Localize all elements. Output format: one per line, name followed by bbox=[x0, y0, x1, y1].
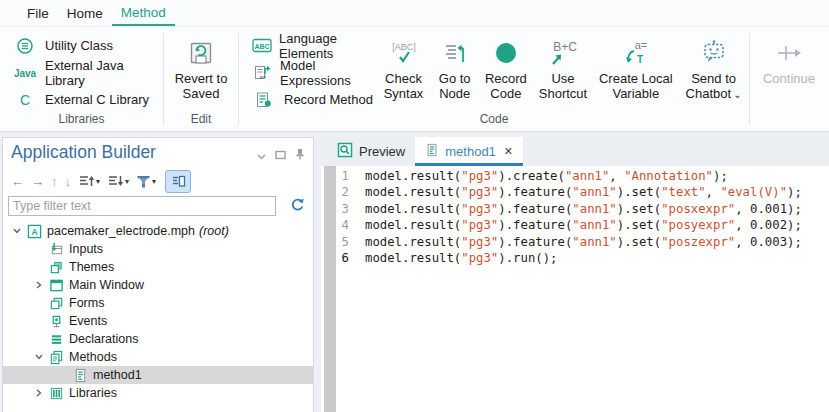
tree-item-label: Methods bbox=[69, 350, 117, 364]
chatbot-icon bbox=[700, 35, 728, 71]
line-number: 2 bbox=[321, 184, 349, 200]
svg-text:T: T bbox=[637, 54, 643, 65]
tree-item-forms[interactable]: Forms bbox=[3, 294, 313, 312]
model-expressions-label: Model Expressions bbox=[280, 58, 373, 88]
tree-item-methods[interactable]: Methods bbox=[3, 348, 313, 366]
tree-item-declarations[interactable]: Declarations bbox=[3, 330, 313, 348]
ribbon-group-edit: Revert to Saved Edit bbox=[164, 27, 238, 131]
application-builder-panel: Application Builder ← → ↑ ↓ ▾ ▾ ▾ bbox=[2, 137, 314, 412]
record-code-label: Record Code bbox=[481, 71, 531, 101]
events-icon bbox=[47, 314, 66, 329]
expander-right-icon[interactable] bbox=[31, 281, 47, 289]
tree-item-events[interactable]: Events bbox=[3, 312, 313, 330]
tab-preview[interactable]: Preview bbox=[327, 137, 415, 166]
panel-menu-chevron-icon[interactable] bbox=[257, 146, 266, 164]
svg-text:ABC: ABC bbox=[254, 43, 269, 50]
show-editor-tools-toggle[interactable] bbox=[165, 170, 191, 193]
code-line-4[interactable]: 4model.result("pg3").feature("ann1").set… bbox=[321, 217, 829, 233]
filter-button[interactable]: ▾ bbox=[134, 171, 158, 191]
code-editor: Preview method1 ✕ 1model.result("pg3").c… bbox=[321, 137, 829, 412]
chevron-down-icon: ⌄ bbox=[733, 89, 741, 100]
move-down-button[interactable]: ↓ bbox=[63, 171, 74, 191]
record-method-button[interactable]: Record Method bbox=[247, 86, 377, 113]
line-number: 6 bbox=[321, 250, 349, 266]
svg-text:Java: Java bbox=[14, 68, 37, 79]
code-text: model.result("pg3").feature("ann1").set(… bbox=[365, 184, 802, 200]
tree-item-themes[interactable]: Themes bbox=[3, 258, 313, 276]
tree-item-label: Declarations bbox=[69, 332, 138, 346]
use-shortcut-label: Use Shortcut bbox=[534, 71, 592, 101]
send-to-chatbot-label: Send to Chatbot⌄ bbox=[681, 71, 747, 102]
methods-icon bbox=[47, 350, 66, 365]
use-shortcut-icon: B+C bbox=[546, 35, 580, 71]
code-text: model.result("pg3").run(); bbox=[365, 250, 558, 266]
tree-item-libraries[interactable]: Libraries bbox=[3, 384, 313, 402]
menu-file[interactable]: File bbox=[18, 0, 58, 26]
record-method-label: Record Method bbox=[284, 92, 373, 107]
create-local-variable-label: Create Local Variable bbox=[596, 71, 676, 101]
c-letter-icon: C bbox=[12, 92, 38, 108]
refresh-icon[interactable] bbox=[290, 197, 305, 216]
code-lines: 1model.result("pg3").create("ann1", "Ann… bbox=[321, 168, 829, 266]
float-window-icon[interactable] bbox=[275, 146, 286, 164]
model-expressions-button[interactable]: a= Model Expressions bbox=[247, 59, 377, 86]
tree-item-main-window[interactable]: Main Window bbox=[3, 276, 313, 294]
filter-input[interactable] bbox=[8, 196, 276, 216]
model-expressions-icon: a= bbox=[251, 64, 273, 82]
tab-method1[interactable]: method1 ✕ bbox=[415, 137, 523, 166]
code-line-6[interactable]: 6model.result("pg3").run(); bbox=[321, 250, 829, 266]
themes-icon bbox=[47, 260, 66, 275]
tree-item-pacemaker-electrode-mph[interactable]: Apacemaker_electrode.mph(root) bbox=[3, 222, 313, 240]
external-c-library-button[interactable]: C External C Library bbox=[8, 86, 163, 113]
expander-right-icon[interactable] bbox=[31, 389, 47, 397]
tree-item-label: pacemaker_electrode.mph bbox=[47, 224, 195, 238]
menubar: File Home Method bbox=[0, 0, 829, 27]
external-java-library-button[interactable]: Java External Java Library bbox=[8, 59, 163, 86]
tree-item-method1[interactable]: method1 bbox=[3, 366, 313, 384]
panel-title: Application Builder bbox=[11, 142, 156, 163]
expander-down-icon[interactable] bbox=[9, 228, 25, 234]
preview-icon bbox=[337, 142, 353, 161]
method-doc-icon bbox=[425, 142, 439, 161]
revert-to-saved-button[interactable]: Revert to Saved bbox=[164, 27, 238, 101]
method-doc-icon bbox=[71, 368, 90, 383]
pin-icon[interactable] bbox=[295, 146, 305, 164]
tree-item-label: Inputs bbox=[69, 242, 103, 256]
app-window: File Home Method Utility Class Java Exte… bbox=[0, 0, 829, 412]
svg-text:a=: a= bbox=[635, 39, 648, 51]
tree-item-suffix: (root) bbox=[199, 224, 229, 238]
utility-class-label: Utility Class bbox=[45, 38, 113, 53]
ribbon-group-continue: Continue bbox=[750, 27, 828, 131]
tree-item-label: method1 bbox=[93, 368, 142, 382]
code-group-label: Code bbox=[239, 112, 749, 126]
check-syntax-icon: [ABC] bbox=[387, 35, 421, 71]
back-button[interactable]: ← bbox=[9, 171, 26, 191]
code-text: model.result("pg3").feature("ann1").set(… bbox=[365, 234, 802, 250]
line-number: 1 bbox=[321, 168, 349, 184]
expander-down-icon[interactable] bbox=[31, 354, 47, 360]
continue-button[interactable]: Continue bbox=[750, 27, 828, 86]
code-line-2[interactable]: 2model.result("pg3").feature("ann1").set… bbox=[321, 184, 829, 200]
tree-item-label: Libraries bbox=[69, 386, 117, 400]
code-line-3[interactable]: 3model.result("pg3").feature("ann1").set… bbox=[321, 201, 829, 217]
menu-method[interactable]: Method bbox=[112, 0, 175, 26]
line-number: 3 bbox=[321, 201, 349, 217]
forward-button[interactable]: → bbox=[29, 171, 46, 191]
filter-row bbox=[3, 195, 313, 219]
menu-home[interactable]: Home bbox=[58, 0, 112, 26]
tree-item-inputs[interactable]: Inputs bbox=[3, 240, 313, 258]
code-line-5[interactable]: 5model.result("pg3").feature("ann1").set… bbox=[321, 234, 829, 250]
create-local-variable-icon: a=T bbox=[620, 35, 652, 71]
utility-class-button[interactable]: Utility Class bbox=[8, 32, 163, 59]
language-elements-button[interactable]: ABC Language Elements bbox=[247, 32, 377, 59]
code-area[interactable]: 1model.result("pg3").create("ann1", "Ann… bbox=[321, 166, 829, 412]
close-icon[interactable]: ✕ bbox=[504, 145, 513, 158]
collapse-all-button[interactable]: ▾ bbox=[105, 171, 131, 191]
move-up-button[interactable]: ↑ bbox=[49, 171, 60, 191]
code-line-1[interactable]: 1model.result("pg3").create("ann1", "Ann… bbox=[321, 168, 829, 184]
ribbon-group-libraries: Utility Class Java External Java Library… bbox=[0, 27, 163, 131]
forms-icon bbox=[47, 296, 66, 311]
record-code-icon bbox=[494, 35, 518, 71]
chevron-down-icon: ▾ bbox=[152, 177, 156, 186]
expand-all-button[interactable]: ▾ bbox=[76, 171, 102, 191]
